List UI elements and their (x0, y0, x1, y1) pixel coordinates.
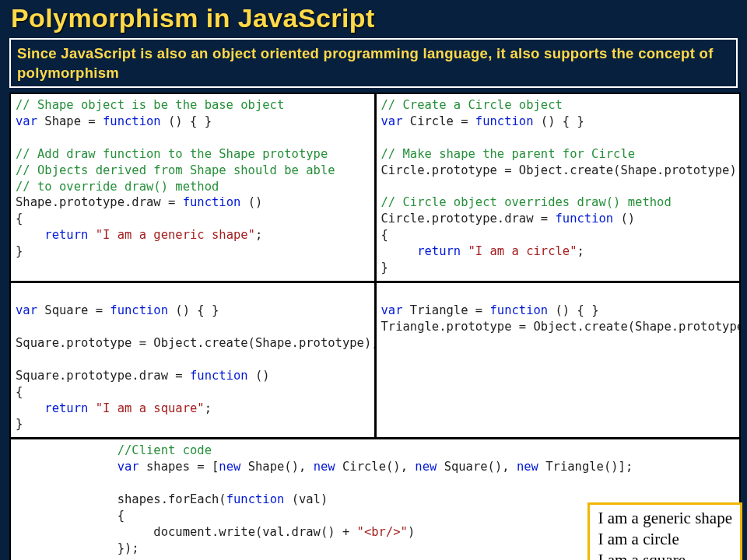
slide-title: Polymorphism in JavaScript (11, 3, 738, 33)
output-line-2: I am a circle (598, 529, 732, 550)
output-box: I am a generic shape I am a circle I am … (587, 502, 742, 560)
output-line-1: I am a generic shape (598, 508, 732, 529)
code-triangle: var Triangle = function () { } Triangle.… (374, 281, 740, 437)
code-grid: // Shape object is be the base object va… (9, 93, 741, 560)
code-square: var Square = function () { } Square.prot… (11, 281, 374, 437)
intro-text: Since JavaScript is also an object orien… (9, 38, 738, 88)
output-line-3: I am a square (598, 550, 732, 560)
row-2: var Square = function () { } Square.prot… (11, 281, 739, 437)
slide: Polymorphism in JavaScript Since JavaScr… (0, 0, 747, 560)
row-1: // Shape object is be the base object va… (11, 94, 739, 281)
code-client: //Client code var shapes = [new Shape(),… (11, 437, 739, 560)
code-circle: // Create a Circle object var Circle = f… (374, 94, 740, 281)
code-shape: // Shape object is be the base object va… (11, 94, 374, 281)
